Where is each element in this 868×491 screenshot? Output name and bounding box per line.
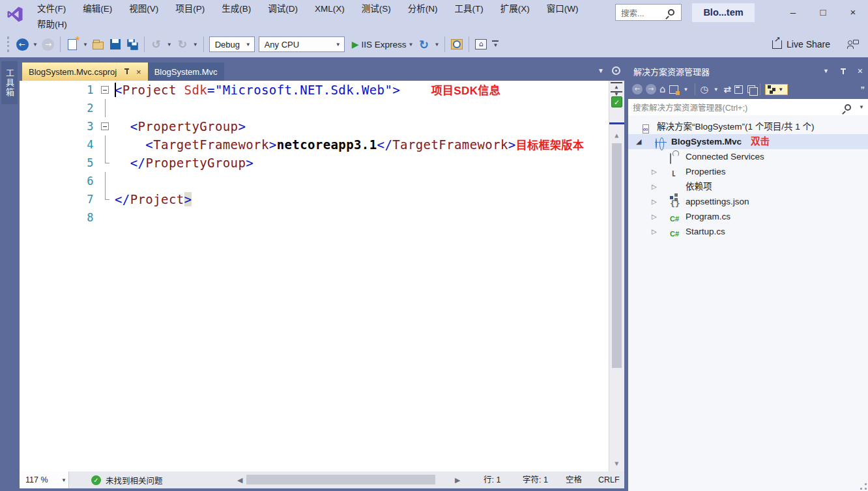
save-button[interactable]	[109, 38, 122, 51]
tree-row-2[interactable]: Connected Services	[628, 149, 868, 164]
refresh-dropdown-icon[interactable]: ▼	[432, 42, 441, 48]
status-eol-cell[interactable]: CRLF	[598, 471, 620, 488]
run-target-dropdown-icon[interactable]: ▼	[407, 42, 416, 48]
zoom-level-select[interactable]: 117 %▼	[20, 471, 69, 488]
menu-item-3[interactable]: 项目(P)	[167, 1, 213, 18]
code-line-8[interactable]: 8	[20, 208, 624, 227]
undo-button[interactable]: ↺	[150, 38, 163, 51]
fold-margin[interactable]	[98, 154, 115, 172]
find-in-files-button[interactable]	[450, 38, 463, 51]
navigate-back-button[interactable]: ←	[16, 38, 29, 51]
switch-views-button[interactable]	[669, 85, 678, 94]
vertical-scrollbar[interactable]: ▲▼ ✓ ▲ ▼	[609, 81, 624, 471]
navigate-forward-button[interactable]: →	[42, 38, 55, 51]
menu-item-2[interactable]: 视图(V)	[121, 1, 167, 18]
solution-explorer-search-input[interactable]: 搜索解决方案资源管理器(Ctrl+;) ▼	[628, 99, 868, 115]
new-item-button[interactable]	[66, 38, 79, 51]
code-line-4[interactable]: 4 <TargetFramework>netcoreapp3.1</Target…	[20, 135, 624, 154]
redo-button[interactable]: ↻	[176, 38, 189, 51]
expander-collapsed-icon[interactable]: ▷	[652, 164, 657, 179]
pin-tab-icon[interactable]	[123, 68, 131, 76]
close-panel-icon[interactable]: ×	[858, 66, 863, 76]
navigate-back-dropdown-icon[interactable]: ▼	[31, 42, 40, 48]
fold-margin[interactable]	[98, 81, 115, 99]
fold-collapse-icon[interactable]	[101, 122, 109, 130]
code-line-2[interactable]: 2	[20, 99, 624, 117]
collapse-all-button[interactable]	[734, 85, 743, 94]
menu-item-11[interactable]: 窗口(W)	[538, 1, 587, 18]
fold-margin[interactable]	[98, 172, 115, 190]
code-line-6[interactable]: 6	[20, 172, 624, 190]
document-tab-1[interactable]: BlogSystem.Mvc	[148, 63, 224, 81]
status-line-cell[interactable]: 行: 1	[484, 471, 500, 488]
se-home-button[interactable]: ⌂	[659, 83, 666, 95]
open-file-button[interactable]	[92, 38, 105, 51]
tree-row-4[interactable]: ▷依赖项	[628, 179, 868, 194]
document-health-check-icon[interactable]: ✓	[611, 96, 622, 107]
code-line-5[interactable]: 5 </PropertyGroup>	[20, 154, 624, 172]
show-all-files-button[interactable]	[747, 85, 755, 93]
document-tab-0[interactable]: BlogSystem.Mvc.csproj×	[22, 63, 148, 81]
horizontal-scrollbar-thumb[interactable]	[246, 475, 435, 484]
tree-row-1[interactable]: ◢BlogSystem.Mvc双击	[628, 134, 868, 149]
menu-item-7[interactable]: 测试(S)	[353, 1, 399, 18]
refresh-button[interactable]: ↻	[417, 38, 430, 51]
start-debugging-icon[interactable]: ▶	[352, 39, 359, 49]
code-editor[interactable]: 1<Project Sdk="Microsoft.NET.Sdk.Web"> 项…	[20, 81, 624, 471]
live-share-button[interactable]: Live Share	[787, 39, 830, 49]
status-space-cell[interactable]: 空格	[566, 471, 582, 488]
menu-item-6[interactable]: XML(X)	[306, 1, 353, 18]
se-forward-button[interactable]: →	[646, 84, 656, 94]
tree-row-5[interactable]: ▷{}appsettings.json	[628, 194, 868, 209]
quick-search-input[interactable]: 搜索...	[615, 4, 682, 21]
expander-expanded-icon[interactable]: ◢	[636, 134, 641, 149]
panel-menu-dropdown-icon[interactable]: ▼	[823, 68, 829, 74]
new-item-dropdown-icon[interactable]: ▼	[81, 42, 90, 48]
scroll-down-icon[interactable]: ▼	[609, 460, 624, 467]
code-line-3[interactable]: 3 <PropertyGroup>	[20, 117, 624, 135]
minimize-button[interactable]: –	[778, 0, 808, 25]
tree-row-3[interactable]: ▷⌐Properties	[628, 164, 868, 179]
filter-dropdown-icon[interactable]: ▼	[712, 87, 721, 92]
pin-panel-icon[interactable]	[839, 67, 847, 75]
tree-row-0[interactable]: ∞解决方案“BlogSystem”(1 个项目/共 1 个)	[628, 119, 868, 134]
close-tab-icon[interactable]: ×	[136, 67, 141, 77]
document-health-indicator[interactable]: ✓ 未找到相关问题	[91, 471, 163, 488]
status-char-cell[interactable]: 字符: 1	[523, 471, 548, 488]
menu-item-9[interactable]: 工具(T)	[446, 1, 492, 18]
pending-changes-filter-button[interactable]: ◷	[700, 84, 708, 94]
menu-item-8[interactable]: 分析(N)	[399, 1, 446, 18]
split-window-handle[interactable]: ▲▼	[611, 82, 622, 92]
start-debugging-button[interactable]: IIS Express	[361, 40, 406, 49]
debug-configuration-select[interactable]: Debug▼	[209, 36, 255, 52]
expander-collapsed-icon[interactable]: ▷	[652, 194, 657, 209]
menu-item-help[interactable]: 帮助(H)	[29, 16, 76, 31]
expander-collapsed-icon[interactable]: ▷	[652, 224, 657, 239]
scroll-up-icon[interactable]: ▲	[609, 132, 624, 139]
platform-select[interactable]: Any CPU▼	[259, 36, 345, 52]
toolbar-grip[interactable]	[7, 36, 10, 52]
panel-resize-grip[interactable]	[860, 483, 867, 490]
tree-row-7[interactable]: ▷C#Startup.cs	[628, 224, 868, 239]
expander-collapsed-icon[interactable]: ▷	[652, 209, 657, 224]
save-all-button[interactable]	[126, 38, 139, 51]
h-scroll-right-icon[interactable]: ▶	[455, 476, 460, 484]
se-back-button[interactable]: ←	[632, 84, 643, 94]
vertical-scrollbar-thumb[interactable]	[612, 143, 622, 368]
menu-item-0[interactable]: 文件(F)	[29, 1, 74, 18]
tree-row-6[interactable]: ▷C#Program.cs	[628, 209, 868, 224]
redo-dropdown-icon[interactable]: ▼	[191, 42, 200, 48]
sync-with-active-document-button[interactable]: ▼	[765, 84, 788, 95]
maximize-button[interactable]: □	[808, 0, 838, 25]
send-feedback-icon[interactable]	[847, 39, 859, 49]
code-line-7[interactable]: 7</Project>	[20, 190, 624, 208]
editor-options-gear-icon[interactable]	[612, 66, 620, 75]
switch-views-dropdown-icon[interactable]: ▼	[682, 87, 691, 92]
browser-link-button[interactable]: ⌂	[474, 38, 487, 51]
fold-margin[interactable]	[98, 117, 115, 135]
fold-margin[interactable]	[98, 135, 115, 154]
expander-collapsed-icon[interactable]: ▷	[652, 179, 657, 194]
se-toolbar-overflow-icon[interactable]: ”	[861, 85, 866, 94]
close-button[interactable]: ×	[838, 0, 868, 25]
menu-item-4[interactable]: 生成(B)	[213, 1, 259, 18]
